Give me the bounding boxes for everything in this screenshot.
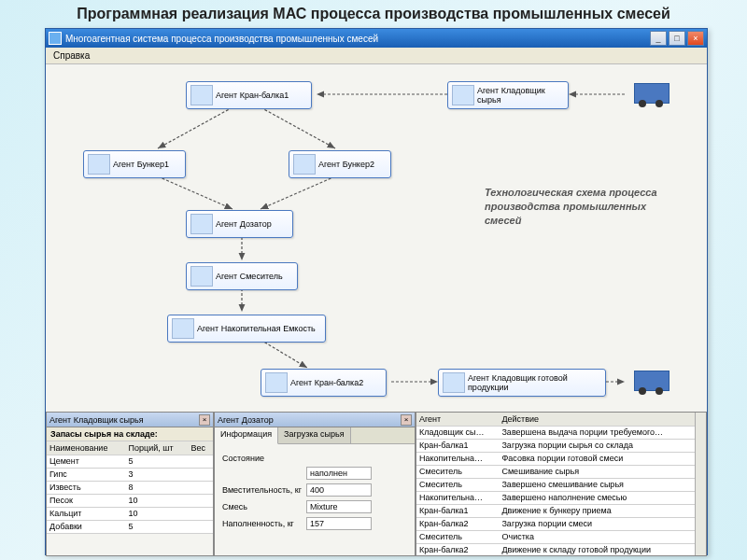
node-smesitel[interactable]: Агент Смеситель — [186, 262, 298, 290]
form-row: Наполненность, кг157 — [222, 517, 407, 530]
close-button[interactable]: × — [687, 31, 704, 46]
node-kran2[interactable]: Агент Кран-балка2 — [261, 369, 387, 397]
table-row[interactable]: Кран-балка1Движение к бункеру приема — [416, 504, 695, 517]
table-row[interactable]: СмесительЗавершено смешивание сырья — [416, 478, 695, 491]
warehouse-icon — [452, 85, 474, 105]
svg-line-8 — [261, 340, 307, 368]
scrollbar[interactable] — [695, 413, 706, 555]
col-qty[interactable]: Порций, шт — [126, 441, 189, 455]
svg-line-3 — [261, 107, 335, 148]
form-row: Состояние — [222, 454, 407, 463]
mixer-icon — [190, 266, 213, 287]
panel1-title: Агент Кладовщик сырья — [49, 415, 144, 425]
titlebar[interactable]: Многоагентная система процесса производс… — [46, 29, 707, 48]
window-title: Многоагентная система процесса производс… — [65, 34, 650, 44]
table-row[interactable]: Цемент5 — [47, 455, 213, 468]
svg-line-4 — [158, 176, 233, 209]
panel-close-icon[interactable]: × — [199, 414, 210, 426]
dozator-form: СостояниенаполненВместительность, кг400С… — [215, 444, 415, 539]
node-label: Агент Бункер2 — [318, 160, 374, 169]
node-label: Агент Кладовщик сырья — [477, 86, 564, 105]
node-bunker1[interactable]: Агент Бункер1 — [83, 150, 186, 178]
table-row[interactable]: СмесительСмешивание сырья — [416, 465, 695, 478]
panel-dozator: Агент Дозатор× Информация Загрузка сырья… — [214, 412, 416, 556]
table-row[interactable]: Добавки5 — [47, 520, 213, 533]
node-label: Агент Бункер1 — [113, 160, 169, 169]
col-name[interactable]: Наименование — [47, 441, 126, 455]
table-row[interactable]: Кран-балка2Движение к складу готовой про… — [416, 543, 695, 555]
slide-title: Программная реализация МАС процесса прои… — [0, 0, 747, 24]
panel-kladovshchik: Агент Кладовщик сырья× Запасы сырья на с… — [46, 412, 214, 556]
value-field[interactable]: Mixture — [306, 500, 372, 513]
panel-log: АгентДействие Кладовщик сы…Завершена выд… — [416, 412, 707, 556]
node-label: Агент Кран-балка1 — [216, 91, 289, 100]
stock-table: НаименованиеПорций, штВес Цемент5Гипс3Из… — [47, 441, 213, 534]
svg-line-5 — [261, 176, 335, 209]
panel1-subtitle: Запасы сырья на складе: — [47, 427, 213, 441]
node-label: Агент Накопительная Емкость — [197, 324, 316, 333]
table-row[interactable]: Накопительна…Фасовка порции готовой смес… — [416, 452, 695, 465]
truck-in-icon — [634, 83, 669, 104]
tab-info[interactable]: Информация — [215, 427, 278, 444]
warehouse-icon — [443, 372, 465, 393]
value-field[interactable]: 157 — [306, 517, 372, 530]
node-kladovshchik-syrya[interactable]: Агент Кладовщик сырья — [447, 81, 569, 109]
node-bunker2[interactable]: Агент Бункер2 — [289, 150, 391, 178]
menubar: Справка — [46, 48, 707, 64]
node-label: Агент Кладовщик готовой продукции — [468, 373, 601, 392]
bunker-icon — [293, 154, 316, 175]
value-field[interactable]: наполнен — [306, 467, 372, 480]
col-weight[interactable]: Вес — [188, 441, 213, 455]
crane-icon — [265, 372, 288, 393]
log-table: АгентДействие Кладовщик сы…Завершена выд… — [416, 413, 695, 555]
svg-line-2 — [158, 107, 233, 148]
node-label: Агент Дозатор — [216, 219, 272, 229]
panel-close-icon[interactable]: × — [401, 414, 412, 426]
node-label: Агент Смеситель — [216, 272, 283, 281]
truck-out-icon — [634, 371, 669, 391]
node-dozator[interactable]: Агент Дозатор — [186, 210, 293, 238]
app-icon — [49, 32, 62, 45]
node-kran1[interactable]: Агент Кран-балка1 — [186, 81, 312, 109]
col-agent[interactable]: Агент — [416, 413, 499, 426]
canvas-description: Технологическая схема процесса производс… — [485, 186, 671, 228]
table-row[interactable]: Известь8 — [47, 481, 213, 494]
table-row[interactable]: Песок10 — [47, 494, 213, 507]
node-label: Агент Кран-балка2 — [290, 378, 363, 387]
table-row[interactable]: СмесительОчистка — [416, 530, 695, 543]
bunker-icon — [88, 154, 110, 175]
bottom-panels: Агент Кладовщик сырья× Запасы сырья на с… — [46, 412, 707, 556]
menu-help[interactable]: Справка — [46, 50, 97, 61]
app-window: Многоагентная система процесса производс… — [45, 28, 708, 555]
panel2-title: Агент Дозатор — [218, 415, 274, 425]
tab-load[interactable]: Загрузка сырья — [278, 427, 350, 443]
table-row[interactable]: Накопительна…Завершено наполнение смесью — [416, 491, 695, 504]
col-action[interactable]: Действие — [499, 413, 695, 426]
flow-canvas: Агент Кладовщик сырья Агент Кран-балка1 … — [46, 64, 707, 412]
table-row[interactable]: Кальцит10 — [47, 507, 213, 520]
tank-icon — [172, 318, 194, 339]
node-kladovshchik-produkcii[interactable]: Агент Кладовщик готовой продукции — [438, 369, 606, 397]
dispenser-icon — [190, 214, 213, 234]
table-row[interactable]: Гипс3 — [47, 468, 213, 481]
minimize-button[interactable]: _ — [650, 31, 667, 46]
table-row[interactable]: Кладовщик сы…Завершена выдача порции тре… — [416, 426, 695, 439]
table-row[interactable]: Кран-балка2Загрузка порции смеси — [416, 517, 695, 530]
table-row[interactable]: Кран-балка1Загрузка порции сырья со скла… — [416, 439, 695, 452]
maximize-button[interactable]: □ — [669, 31, 685, 46]
form-row: Вместительность, кг400 — [222, 483, 407, 497]
form-row: наполнен — [222, 467, 407, 480]
crane-icon — [190, 85, 213, 105]
value-field[interactable]: 400 — [306, 483, 372, 497]
form-row: СмесьMixture — [222, 500, 407, 513]
node-nakopitel[interactable]: Агент Накопительная Емкость — [167, 315, 326, 343]
